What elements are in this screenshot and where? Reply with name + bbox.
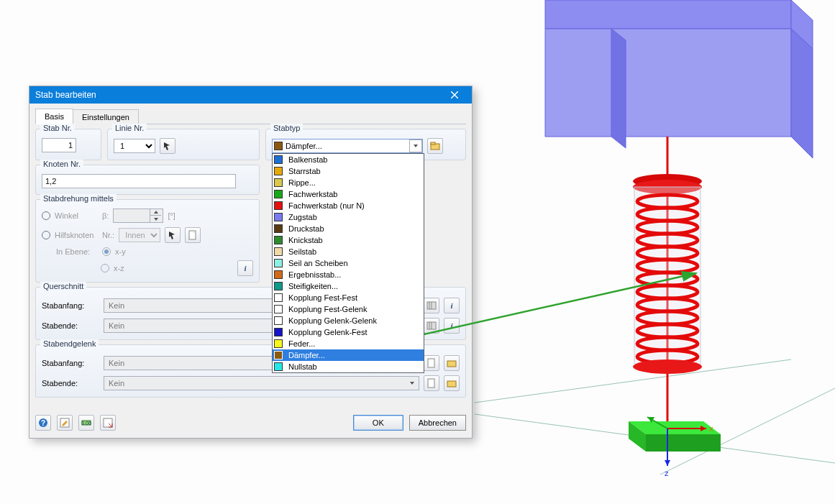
folder-icon: [447, 378, 457, 388]
option-label: Kopplung Fest-Gelenk: [288, 305, 367, 313]
option-label: Kopplung Fest-Fest: [288, 293, 357, 302]
dialog-titlebar[interactable]: Stab bearbeiten: [29, 86, 472, 104]
new-node-button[interactable]: [185, 227, 201, 243]
color-swatch: [274, 282, 283, 290]
color-swatch: [274, 351, 283, 359]
linie-nr-combo[interactable]: 1: [114, 139, 155, 153]
ok-button[interactable]: OK: [353, 415, 403, 431]
pencil-icon: [60, 418, 70, 428]
svg-line-0: [475, 359, 791, 403]
excel-button[interactable]: [100, 415, 116, 431]
group-stab-nr: Stab Nr.: [40, 124, 75, 132]
chevron-down-icon: [409, 139, 422, 152]
pick-line-button[interactable]: [160, 138, 175, 154]
svg-marker-3: [545, 0, 791, 29]
svg-point-25: [633, 359, 702, 374]
g-anfang-new-button[interactable]: [424, 355, 439, 371]
group-stabdrehung: Stabdrehung mittels: [40, 194, 117, 203]
svg-rect-47: [447, 361, 456, 367]
option-label: Zugstab: [288, 213, 317, 221]
svg-marker-6: [791, 29, 813, 158]
radio-xz[interactable]: [101, 264, 109, 272]
stabtyp-option[interactable]: Ergebnisstab...: [273, 269, 424, 280]
g-ende-edit-button[interactable]: [444, 375, 460, 391]
stabtyp-option[interactable]: Fachwerkstab (nur N): [273, 200, 424, 211]
stabtyp-option[interactable]: Starrstab: [273, 165, 424, 177]
stabtyp-edit-button[interactable]: [427, 138, 443, 154]
stabtyp-option[interactable]: Zugstab: [273, 211, 424, 223]
stabtyp-option[interactable]: Druckstab: [273, 223, 424, 234]
axis-z-label: z: [665, 469, 669, 477]
pick-node-button[interactable]: [165, 227, 181, 243]
info-rotation-button[interactable]: i: [237, 260, 253, 276]
g-ende-value[interactable]: Kein: [104, 376, 419, 390]
radio-winkel[interactable]: [42, 211, 50, 220]
stabtyp-option[interactable]: Nullstab: [273, 361, 424, 372]
svg-rect-38: [431, 142, 435, 145]
q-anfang-info-button[interactable]: i: [444, 298, 460, 313]
stabtyp-option[interactable]: Steifigkeiten...: [273, 280, 424, 292]
library-icon: [426, 301, 437, 311]
svg-marker-7: [611, 29, 626, 148]
radio-xy[interactable]: [102, 247, 111, 256]
option-label: Ergebnisstab...: [288, 270, 341, 279]
stabtyp-option[interactable]: Fachwerkstab: [273, 188, 424, 200]
stabtyp-option[interactable]: Feder...: [273, 338, 424, 349]
stabtyp-option[interactable]: Kopplung Fest-Fest: [273, 292, 424, 303]
stabtyp-option[interactable]: Balkenstab: [273, 154, 424, 165]
svg-marker-32: [665, 460, 670, 466]
stabtyp-option[interactable]: Seil an Scheiben: [273, 257, 424, 269]
option-label: Seilstab: [288, 247, 316, 256]
stabtyp-option[interactable]: Kopplung Gelenk-Fest: [273, 326, 424, 338]
color-swatch: [274, 305, 283, 313]
label-deg: [°]: [168, 211, 175, 220]
group-stabtyp: Stabtyp: [270, 124, 303, 132]
g-anfang-label: Stabanfang:: [42, 359, 99, 367]
cancel-button[interactable]: Abbrechen: [409, 415, 466, 431]
stabtyp-swatch: [274, 142, 283, 150]
axis-x-label: x: [709, 424, 713, 433]
edit-member-dialog: Stab bearbeiten Basis Einstellungen Stab…: [29, 86, 473, 439]
stabtyp-dropdown[interactable]: BalkenstabStarrstabRippe...FachwerkstabF…: [272, 153, 424, 373]
q-ende-info-button[interactable]: i: [444, 318, 460, 334]
stabtyp-option[interactable]: Kopplung Gelenk-Gelenk: [273, 315, 424, 326]
arrow-pick-icon: [163, 141, 173, 151]
q-anfang-lib-button[interactable]: [424, 298, 439, 313]
tab-basis[interactable]: Basis: [35, 109, 73, 124]
q-ende-lib-button[interactable]: [424, 318, 439, 334]
option-label: Knickstab: [288, 236, 323, 244]
hilfsknoten-combo[interactable]: Innen: [119, 228, 160, 242]
radio-hilfsknoten[interactable]: [42, 231, 50, 239]
color-swatch: [274, 339, 283, 348]
knoten-nr-input[interactable]: [42, 174, 236, 188]
option-label: Rippe...: [288, 178, 316, 187]
option-label: Starrstab: [288, 167, 321, 175]
close-button[interactable]: [442, 88, 467, 102]
stabtyp-option[interactable]: Dämpfer...: [273, 349, 424, 361]
stabtyp-combo[interactable]: Dämpfer... BalkenstabStarrstabRippe...Fa…: [272, 139, 423, 153]
tab-einstellungen[interactable]: Einstellungen: [73, 109, 139, 124]
stab-nr-input[interactable]: [42, 138, 76, 152]
svg-text:?: ?: [41, 419, 45, 427]
g-ende-new-button[interactable]: [424, 375, 439, 391]
group-stabendgelenk: Stabendgelenk: [40, 339, 99, 348]
color-swatch: [274, 201, 283, 210]
stabtyp-option[interactable]: Rippe...: [273, 177, 424, 188]
option-label: Kopplung Gelenk-Gelenk: [288, 316, 377, 325]
document-icon: [426, 378, 437, 388]
color-swatch: [274, 247, 283, 256]
dialog-button-bar: ? 0.00 OK Abbrechen: [29, 409, 472, 438]
beta-spin[interactable]: [113, 209, 163, 223]
g-anfang-edit-button[interactable]: [444, 355, 460, 371]
color-swatch: [274, 362, 283, 371]
stabtyp-option[interactable]: Kopplung Fest-Gelenk: [273, 303, 424, 315]
stabtyp-option[interactable]: Seilstab: [273, 246, 424, 257]
units-button[interactable]: 0.00: [78, 415, 94, 431]
option-label: Fachwerkstab (nur N): [288, 201, 365, 210]
stabtyp-option[interactable]: Knickstab: [273, 234, 424, 246]
help-button[interactable]: ?: [35, 415, 51, 431]
color-swatch: [274, 316, 283, 325]
color-swatch: [274, 178, 283, 187]
label-winkel: Winkel: [55, 211, 98, 220]
note-button[interactable]: [57, 415, 73, 431]
